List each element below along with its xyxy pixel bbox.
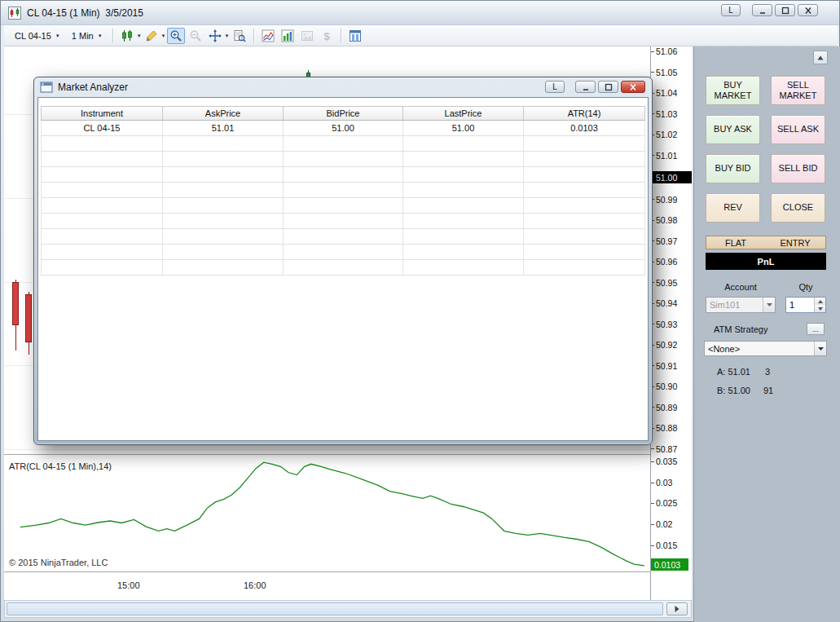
column-header-bidprice[interactable]: BidPrice	[284, 107, 403, 120]
time-axis[interactable]: 15:00 16:00	[4, 573, 650, 600]
instrument-selector[interactable]: CL 04-15 ▼	[9, 29, 66, 42]
atm-strategy-select[interactable]: <None>	[704, 341, 827, 356]
ma-close-button[interactable]	[621, 81, 645, 93]
indicators-button[interactable]	[259, 28, 277, 44]
close-position-button[interactable]: CLOSE	[771, 193, 825, 223]
table-cell	[284, 136, 403, 151]
spin-down-button[interactable]	[815, 305, 825, 312]
link-button[interactable]: L	[721, 4, 741, 16]
table-cell	[163, 198, 284, 213]
table-cell	[403, 152, 524, 166]
zoom-in-button[interactable]	[167, 28, 185, 44]
atm-more-button[interactable]: ...	[807, 323, 825, 335]
market-analyzer-empty-row[interactable]	[41, 183, 645, 198]
table-cell	[284, 152, 403, 166]
table-cell	[403, 260, 524, 275]
table-cell	[524, 136, 645, 151]
market-analyzer-grid-icon	[349, 29, 362, 42]
table-cell	[42, 229, 163, 244]
market-analyzer-empty-row[interactable]	[41, 136, 645, 152]
price-tick: 50.93	[651, 320, 692, 329]
market-analyzer-empty-row[interactable]	[41, 198, 645, 214]
interval-selector[interactable]: 1 Min ▼	[66, 29, 108, 42]
market-analyzer-empty-row[interactable]	[41, 245, 645, 260]
account-select[interactable]: Sim101	[706, 297, 776, 313]
table-cell	[42, 152, 163, 166]
sell-bid-button[interactable]: SELL BID	[771, 154, 825, 183]
buy-bid-button[interactable]: BUY BID	[706, 154, 760, 183]
column-header-askprice[interactable]: AskPrice	[163, 107, 284, 120]
candle-body	[12, 282, 19, 326]
entry-tab[interactable]: ENTRY	[765, 236, 826, 249]
market-analyzer-titlebar[interactable]: Market Analyzer L	[34, 77, 652, 96]
zoom-out-icon	[189, 29, 202, 42]
price-tick: 50.99	[651, 195, 692, 205]
candle-body	[25, 294, 32, 342]
price-axis[interactable]: 51.06 51.05 51.04 51.03 51.02 51.01 51.0…	[650, 46, 692, 600]
chevron-down-icon[interactable]	[763, 298, 775, 312]
strategies-button[interactable]	[279, 28, 297, 44]
column-header-instrument[interactable]: Instrument	[42, 107, 163, 120]
chevron-down-icon[interactable]	[814, 342, 826, 355]
buy-ask-button[interactable]: BUY ASK	[706, 115, 760, 144]
chart-style-button[interactable]	[118, 28, 136, 44]
market-analyzer-empty-row[interactable]	[41, 260, 645, 276]
toolbar-separator	[112, 29, 113, 43]
market-analyzer-grid-button[interactable]	[346, 28, 364, 44]
sell-ask-button[interactable]: SELL ASK	[771, 115, 825, 144]
data-box-button[interactable]	[231, 28, 248, 44]
atr-tick: 0.035	[651, 457, 677, 466]
flat-tab[interactable]: FLAT	[706, 236, 766, 249]
column-header-atr[interactable]: ATR(14)	[524, 107, 645, 120]
ma-maximize-button[interactable]	[598, 81, 618, 93]
zoom-out-button[interactable]	[187, 28, 205, 44]
table-cell	[403, 229, 524, 244]
buy-market-button[interactable]: BUY MARKET	[706, 76, 760, 105]
market-analyzer-empty-row[interactable]	[41, 229, 645, 245]
strategies-icon	[281, 29, 294, 42]
horizontal-scrollbar[interactable]	[4, 600, 692, 618]
scroll-up-button[interactable]	[813, 51, 828, 64]
ma-link-button[interactable]: L	[545, 81, 565, 93]
market-analyzer-empty-row[interactable]	[41, 152, 645, 167]
table-cell	[163, 183, 284, 197]
gridline	[4, 449, 650, 450]
scroll-right-button[interactable]	[666, 602, 688, 615]
ask-size-display: 3	[765, 367, 770, 377]
close-button[interactable]	[798, 4, 818, 16]
atr-indicator-panel[interactable]: ATR(CL 04-15 (1 Min),14) © 2015 NinjaTra…	[4, 454, 650, 572]
column-header-lastprice[interactable]: LastPrice	[403, 107, 524, 120]
scrollbar-thumb[interactable]	[7, 602, 663, 615]
snapshot-button[interactable]	[298, 28, 316, 44]
chart-style-icon	[121, 29, 134, 42]
table-row[interactable]: CL 04-15 51.01 51.00 51.00 0.0103	[41, 121, 645, 136]
table-cell	[163, 136, 284, 151]
chevron-down-icon[interactable]: ▼	[225, 33, 230, 38]
price-tick: 50.98	[651, 215, 692, 225]
table-cell	[284, 183, 403, 197]
atr-tick: 0.03	[651, 478, 672, 487]
show-dollar-button[interactable]: $	[318, 28, 336, 44]
crosshair-button[interactable]	[206, 28, 224, 44]
price-tick: 51.06	[651, 46, 692, 56]
maximize-button[interactable]	[775, 4, 795, 16]
table-cell	[42, 183, 163, 197]
market-analyzer-empty-row[interactable]	[41, 214, 645, 229]
table-cell	[163, 229, 284, 244]
drawing-tools-button[interactable]	[143, 28, 161, 44]
table-cell	[403, 245, 524, 259]
minimize-button[interactable]	[752, 4, 772, 16]
cell-askprice: 51.01	[163, 121, 284, 135]
spin-up-button[interactable]	[815, 298, 825, 305]
table-cell	[403, 183, 524, 197]
price-tick: 50.87	[651, 444, 692, 454]
table-cell	[403, 136, 524, 151]
market-analyzer-empty-row[interactable]	[41, 167, 645, 183]
reverse-button[interactable]: REV	[706, 193, 760, 223]
instrument-label: CL 04-15	[15, 31, 51, 41]
price-axis-ticks: 51.06 51.05 51.04 51.03 51.02 51.01 51.0…	[651, 46, 692, 454]
sell-market-button[interactable]: SELL MARKET	[771, 76, 825, 105]
quantity-stepper[interactable]: 1	[785, 297, 826, 313]
chevron-down-icon[interactable]: ▼	[161, 33, 166, 38]
ma-minimize-button[interactable]	[575, 81, 596, 93]
